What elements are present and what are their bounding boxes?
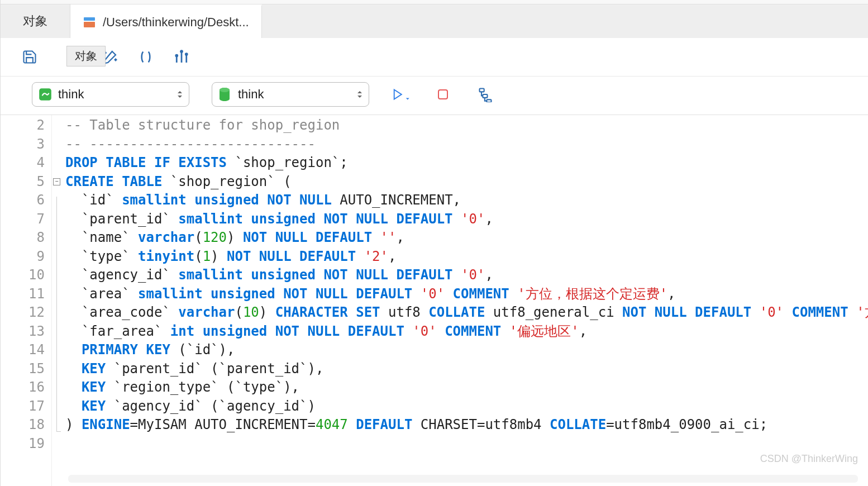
line-number: 4: [1, 154, 45, 173]
tab-objects-label: 对象: [23, 13, 47, 30]
svg-marker-15: [394, 90, 402, 99]
line-number: 14: [1, 341, 45, 360]
line-number: 8: [1, 228, 45, 247]
code-line[interactable]: KEY `parent_id` (`parent_id`),: [65, 360, 868, 379]
line-number: 11: [1, 285, 45, 304]
tooltip: 对象: [66, 46, 106, 66]
svg-rect-18: [483, 94, 487, 98]
svg-point-9: [176, 55, 178, 56]
fold-gutter[interactable]: −: [52, 115, 62, 486]
code-line[interactable]: `parent_id` smallint unsigned NOT NULL D…: [65, 210, 868, 229]
connection-name: think: [58, 87, 171, 102]
code-line[interactable]: -- ----------------------------: [65, 135, 868, 154]
line-number: 6: [1, 191, 45, 210]
line-number: 5: [1, 173, 45, 192]
code-line[interactable]: ) ENGINE=MyISAM AUTO_INCREMENT=4047 DEFA…: [65, 416, 868, 435]
line-number: 19: [1, 435, 45, 454]
top-menu-fragment: [1, 0, 868, 4]
run-button[interactable]: [392, 85, 409, 103]
stop-button[interactable]: [434, 85, 452, 103]
code-line[interactable]: PRIMARY KEY (`id`),: [65, 341, 868, 360]
code-content[interactable]: -- Table structure for shop_region-- ---…: [62, 115, 868, 486]
save-button[interactable]: [21, 48, 39, 66]
code-line[interactable]: `agency_id` smallint unsigned NOT NULL D…: [65, 266, 868, 285]
line-number: 3: [1, 135, 45, 154]
toolbar: 对象: [1, 38, 868, 77]
database-dropdown[interactable]: think: [212, 82, 369, 107]
tab-bar: 对象 /Users/thinkerwing/Deskt...: [1, 4, 868, 38]
database-name: think: [238, 87, 351, 102]
code-line[interactable]: KEY `agency_id` (`agency_id`): [65, 397, 868, 416]
code-line[interactable]: `area` smallint unsigned NOT NULL DEFAUL…: [65, 285, 868, 304]
line-number: 13: [1, 322, 45, 341]
tab-file-label: /Users/thinkerwing/Deskt...: [103, 15, 249, 30]
chevron-updown-icon: [356, 89, 363, 99]
code-line[interactable]: `id` smallint unsigned NOT NULL AUTO_INC…: [65, 191, 868, 210]
line-number-gutter: 2345678910111213141516171819: [1, 115, 52, 486]
code-line[interactable]: `name` varchar(120) NOT NULL DEFAULT '',: [65, 228, 868, 247]
svg-rect-16: [438, 90, 447, 99]
explain-button[interactable]: [476, 85, 494, 103]
line-number: 2: [1, 116, 45, 135]
chevron-updown-icon: [177, 89, 183, 99]
fold-toggle[interactable]: −: [53, 178, 60, 185]
line-number: 9: [1, 247, 45, 266]
line-number: 10: [1, 266, 45, 285]
line-number: 17: [1, 397, 45, 416]
line-number: 15: [1, 360, 45, 379]
code-line[interactable]: -- Table structure for shop_region: [65, 116, 868, 135]
line-number: 7: [1, 210, 45, 229]
svg-point-10: [181, 51, 183, 53]
code-editor[interactable]: 2345678910111213141516171819 − -- Table …: [1, 115, 868, 486]
svg-rect-0: [84, 17, 95, 21]
code-line[interactable]: `far_area` int unsigned NOT NULL DEFAULT…: [65, 322, 868, 341]
line-number: 18: [1, 416, 45, 435]
svg-rect-12: [39, 88, 51, 101]
watermark: CSDN @ThinkerWing: [760, 453, 858, 465]
connection-dropdown[interactable]: think: [32, 82, 189, 107]
svg-point-14: [220, 88, 230, 92]
line-number: 12: [1, 303, 45, 322]
svg-rect-1: [84, 22, 95, 27]
tab-file[interactable]: /Users/thinkerwing/Deskt...: [70, 4, 262, 38]
parentheses-button[interactable]: [137, 48, 155, 66]
chart-button[interactable]: [173, 48, 190, 66]
connection-bar: think think: [1, 77, 868, 115]
database-icon: [218, 87, 232, 102]
code-line[interactable]: `area_code` varchar(10) CHARACTER SET ut…: [65, 303, 868, 322]
svg-point-11: [185, 54, 187, 55]
code-line[interactable]: DROP TABLE IF EXISTS `shop_region`;: [65, 154, 868, 173]
svg-rect-17: [480, 89, 484, 92]
tab-objects[interactable]: 对象: [1, 4, 70, 38]
horizontal-scrollbar[interactable]: [68, 475, 858, 483]
svg-rect-19: [487, 99, 491, 102]
code-line[interactable]: `type` tinyint(1) NOT NULL DEFAULT '2',: [65, 247, 868, 266]
code-line[interactable]: CREATE TABLE `shop_region` (: [65, 173, 868, 192]
sql-file-icon: [83, 16, 96, 29]
connection-icon: [38, 87, 53, 102]
code-line[interactable]: [65, 435, 868, 454]
line-number: 16: [1, 378, 45, 397]
code-line[interactable]: KEY `region_type` (`type`),: [65, 378, 868, 397]
